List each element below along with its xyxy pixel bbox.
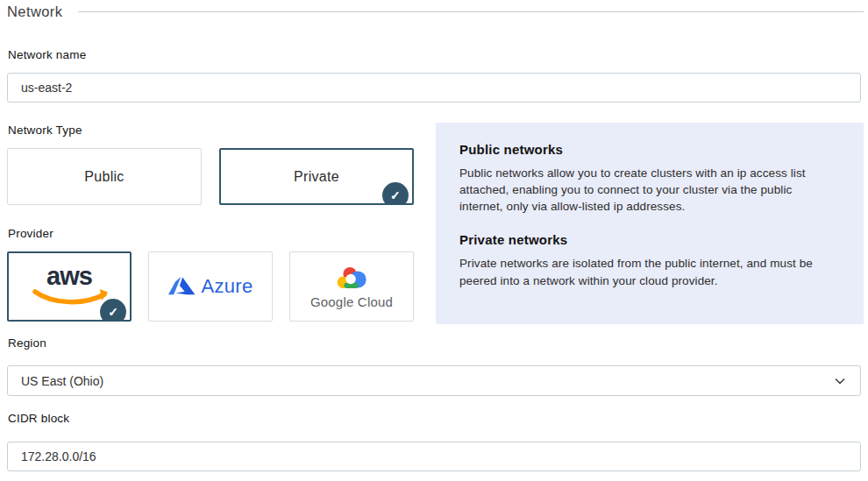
aws-smile-arrow-icon <box>31 289 108 307</box>
network-type-option-public-label: Public <box>84 169 124 185</box>
google-cloud-logo-icon: Google Cloud <box>310 265 393 309</box>
info-title-public-networks: Public networks <box>459 142 837 157</box>
cidr-block-input[interactable] <box>7 442 861 471</box>
network-name-input[interactable] <box>7 73 861 103</box>
section-header: Network <box>7 4 864 20</box>
region-label: Region <box>8 336 46 350</box>
aws-logo-text: aws <box>46 264 92 289</box>
aws-logo-icon: aws <box>31 264 108 307</box>
network-type-option-private-label: Private <box>294 169 339 185</box>
google-cloud-mark-icon <box>333 265 370 292</box>
region-selected-value: US East (Ohio) <box>21 374 103 388</box>
network-type-option-private[interactable]: Private ✓ <box>219 148 414 205</box>
section-divider <box>78 11 864 12</box>
network-type-label: Network Type <box>8 124 82 137</box>
section-title: Network <box>7 4 62 20</box>
provider-option-aws[interactable]: aws ✓ <box>7 251 132 322</box>
info-title-private-networks: Private networks <box>459 232 837 247</box>
checkmark-icon: ✓ <box>382 182 409 205</box>
network-name-label: Network name <box>8 48 86 61</box>
google-cloud-logo-text: Google Cloud <box>310 294 393 309</box>
network-type-option-public[interactable]: Public <box>7 148 202 205</box>
region-select[interactable]: US East (Ohio) <box>7 365 861 396</box>
provider-option-google-cloud[interactable]: Google Cloud <box>289 251 414 322</box>
checkmark-icon: ✓ <box>100 299 126 322</box>
provider-option-azure[interactable]: Azure <box>148 251 273 322</box>
azure-logo-icon: Azure <box>168 275 253 298</box>
network-info-panel: Public networks Public networks allow yo… <box>436 123 864 324</box>
provider-label: Provider <box>8 227 53 240</box>
azure-logo-text: Azure <box>202 275 253 298</box>
info-body-private-networks: Private networks are isolated from the p… <box>459 255 837 288</box>
chevron-down-icon <box>835 378 845 385</box>
cidr-block-label: CIDR block <box>8 412 69 425</box>
info-body-public-networks: Public networks allow you to create clus… <box>459 165 837 215</box>
azure-mark-icon <box>168 276 196 297</box>
